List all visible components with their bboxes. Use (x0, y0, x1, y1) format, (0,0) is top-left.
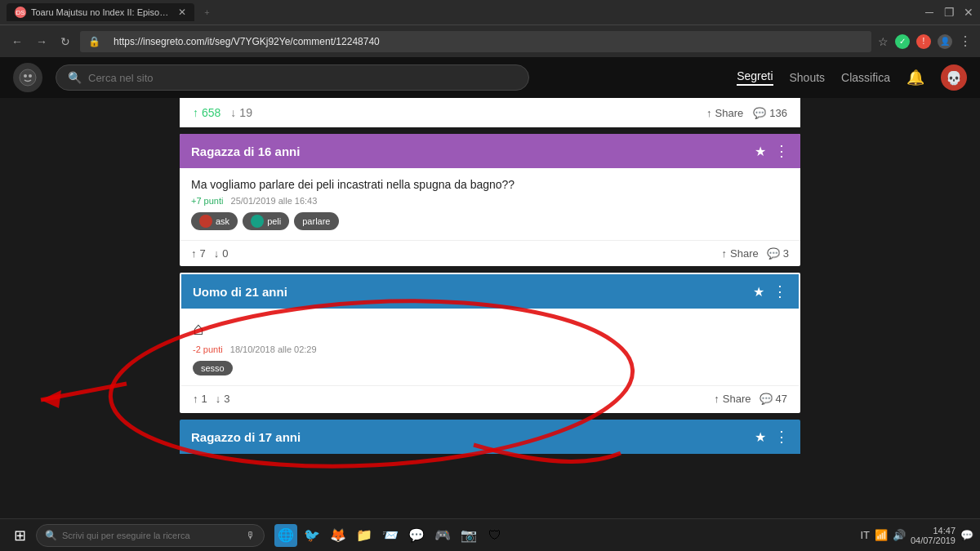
downvote-icon: ↓ (230, 106, 236, 119)
post-body-2: ⌂ -2 punti 18/10/2018 alle 02:29 sesso (181, 309, 799, 385)
extension-icon-2[interactable]: ! (916, 34, 931, 49)
top-upvote[interactable]: ↑ 658 (193, 106, 220, 119)
taskbar-mic-icon: 🎙 (246, 530, 256, 541)
footer-share-icon-2: ↑ (714, 393, 719, 405)
start-button[interactable]: ⊞ (7, 522, 33, 549)
nav-classifica[interactable]: Classifica (841, 71, 890, 84)
user-avatar[interactable]: 💀 (941, 64, 967, 91)
post-tags-2: sesso (193, 361, 787, 375)
tag-parlare[interactable]: parlare (294, 212, 338, 230)
taskbar-clock[interactable]: 14:47 04/07/2019 (911, 526, 956, 545)
maximize-button[interactable]: ❐ (944, 7, 954, 17)
footer-downvote-1[interactable]: ↓ 0 (214, 247, 229, 260)
notification-bell-icon[interactable]: 🔔 (906, 69, 924, 87)
taskbar-search[interactable]: 🔍 🎙 (36, 524, 265, 547)
taskbar-network-icon[interactable]: 📶 (875, 529, 888, 541)
taskbar-notification-icon[interactable]: 💬 (960, 529, 973, 541)
footer-comments-2[interactable]: 💬 47 (760, 393, 787, 405)
post-date-1: 25/01/2019 alle 16:43 (231, 196, 318, 206)
taskbar-app-4[interactable]: 📨 (379, 524, 402, 547)
post-header-icons-1: ★ ⋮ (755, 142, 789, 160)
footer-comments-1[interactable]: 💬 3 (767, 247, 789, 260)
taskbar-app-1[interactable]: 🐦 (301, 524, 323, 547)
address-bar-icons: ☆ ✓ ! 👤 ⋮ (878, 33, 972, 49)
footer-comment-icon-1: 💬 (767, 247, 780, 260)
tab-close-icon[interactable]: ✕ (178, 7, 186, 18)
nav-shouts[interactable]: Shouts (790, 71, 826, 84)
taskbar-app-6[interactable]: 🎮 (431, 524, 454, 547)
back-button[interactable]: ← (8, 33, 26, 50)
post-card-3: Ragazzo di 17 anni ★ ⋮ (180, 420, 800, 454)
minimize-button[interactable]: ─ (924, 7, 934, 17)
footer-upvote-count-2: 1 (202, 393, 207, 405)
refresh-button[interactable]: ↻ (57, 33, 74, 50)
tag-label-peli: peli (267, 216, 281, 226)
post-header-2: Uomo di 21 anni ★ ⋮ (181, 274, 799, 309)
tag-label-sesso: sesso (201, 363, 225, 373)
taskbar-right: IT 📶 🔊 14:47 04/07/2019 💬 (860, 526, 973, 545)
taskbar-volume-icon[interactable]: 🔊 (893, 529, 906, 541)
url-input[interactable] (105, 31, 863, 52)
tag-ask[interactable]: ask (191, 212, 238, 230)
taskbar-app-chrome[interactable]: 🌐 (274, 524, 297, 547)
site-logo[interactable] (13, 63, 42, 92)
taskbar-system-icons: IT 📶 🔊 (860, 529, 906, 541)
nav-bar: 🔍 Segreti Shouts Classifica 🔔 💀 (0, 57, 980, 98)
post-footer-1: ↑ 7 ↓ 0 ↑ Share 💬 3 (180, 240, 800, 266)
footer-upvote-2[interactable]: ↑ 1 (193, 393, 207, 405)
post-title-3: Ragazzo di 17 anni (191, 430, 301, 444)
top-comment-count[interactable]: 💬 136 (753, 107, 787, 119)
taskbar-apps: 🌐 🐦 🦊 📁 📨 💬 🎮 📷 🛡 (274, 524, 506, 547)
tag-peli[interactable]: peli (243, 212, 289, 230)
nav-segreti[interactable]: Segreti (737, 69, 773, 86)
taskbar-language-icon[interactable]: IT (860, 529, 870, 541)
downvote-count: 19 (239, 106, 252, 119)
menu-icon[interactable]: ⋮ (959, 33, 972, 49)
window-controls: ─ ❐ ✕ (924, 7, 973, 17)
taskbar-app-3[interactable]: 📁 (353, 524, 376, 547)
taskbar: ⊞ 🔍 🎙 🌐 🐦 🦊 📁 📨 💬 🎮 📷 🛡 (0, 518, 980, 551)
post-dots-icon-2[interactable]: ⋮ (773, 282, 787, 300)
post-body-1: Ma vogliamo parlare dei peli incastrati … (180, 168, 800, 240)
post-star-icon-2[interactable]: ★ (753, 284, 764, 300)
upvote-count: 658 (202, 106, 220, 119)
taskbar-app-5[interactable]: 💬 (405, 524, 428, 547)
search-bar[interactable]: 🔍 (56, 64, 529, 91)
address-bar: ← → ↻ 🔒 ☆ ✓ ! 👤 ⋮ (0, 24, 980, 57)
footer-share-1[interactable]: ↑ Share (722, 247, 759, 260)
footer-downvote-2[interactable]: ↓ 3 (216, 393, 230, 405)
comment-number: 136 (769, 107, 787, 119)
footer-share-label-1: Share (730, 247, 759, 260)
top-share-button[interactable]: ↑ Share (706, 107, 743, 119)
post-dots-icon-3[interactable]: ⋮ (774, 428, 789, 446)
taskbar-app-7[interactable]: 📷 (457, 524, 480, 547)
taskbar-search-input[interactable] (62, 531, 241, 540)
taskbar-date-display: 04/07/2019 (911, 535, 956, 545)
post-points-2: -2 punti (193, 344, 223, 354)
search-icon: 🔍 (68, 71, 82, 84)
forward-button[interactable]: → (33, 33, 51, 50)
svg-point-0 (20, 69, 36, 86)
close-button[interactable]: ✕ (964, 7, 973, 17)
post-star-icon-3[interactable]: ★ (755, 429, 766, 445)
extension-icon-1[interactable]: ✓ (895, 34, 910, 49)
browser-tab[interactable]: DS Toaru Majutsu no Index II: Episo… ✕ (7, 3, 194, 21)
taskbar-app-2[interactable]: 🦊 (327, 524, 350, 547)
footer-upvote-icon-1: ↑ (191, 247, 197, 260)
footer-downvote-icon-2: ↓ (216, 393, 221, 405)
post-dots-icon-1[interactable]: ⋮ (774, 142, 789, 160)
top-vote-bar: ↑ 658 ↓ 19 ↑ Share 💬 136 (180, 98, 800, 127)
post-star-icon-1[interactable]: ★ (755, 144, 766, 159)
taskbar-app-8[interactable]: 🛡 (483, 524, 506, 547)
post-card-1: Ragazza di 16 anni ★ ⋮ Ma vogliamo parla… (180, 134, 800, 266)
tag-sesso[interactable]: sesso (193, 361, 233, 375)
share-label: Share (715, 107, 744, 119)
tab-title: Toaru Majutsu no Index II: Episo… (31, 7, 168, 17)
footer-upvote-1[interactable]: ↑ 7 (191, 247, 206, 260)
top-downvote[interactable]: ↓ 19 (230, 106, 252, 119)
post-meta-1: +7 punti 25/01/2019 alle 16:43 (191, 196, 789, 206)
footer-share-2[interactable]: ↑ Share (714, 393, 751, 405)
search-input[interactable] (88, 72, 517, 84)
profile-icon[interactable]: 👤 (938, 34, 952, 49)
star-bookmark-icon[interactable]: ☆ (878, 35, 889, 48)
